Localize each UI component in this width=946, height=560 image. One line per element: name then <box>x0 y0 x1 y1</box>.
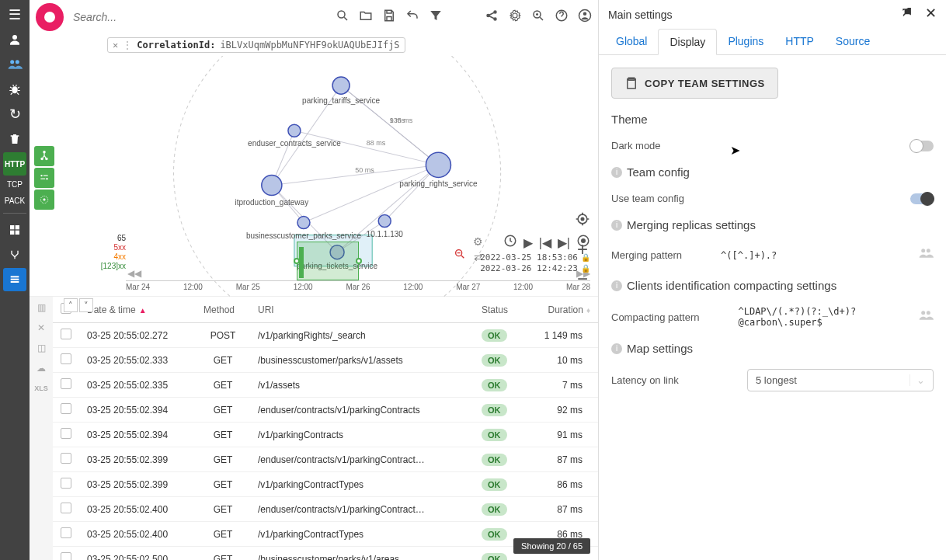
table-row[interactable]: 03-25 20:55:02.400 GET /enduser/contract… <box>53 497 598 522</box>
lock-from-icon[interactable]: 🔒 <box>581 252 590 263</box>
dashboard-icon[interactable] <box>3 218 26 242</box>
use-team-config-toggle[interactable] <box>910 193 934 204</box>
graph-node[interactable] <box>262 175 282 195</box>
cell-uri: /businesscustomer/parks/v1/areas <box>250 547 474 561</box>
play-icon[interactable]: ▶ <box>523 235 533 250</box>
refresh-icon[interactable]: ↻ <box>3 103 26 126</box>
row-checkbox[interactable] <box>61 503 71 513</box>
page-down-icon[interactable]: ˅ <box>79 298 93 312</box>
columns-icon[interactable]: ▥ <box>33 300 49 315</box>
clock-icon[interactable] <box>503 234 517 251</box>
th-duration[interactable]: Duration <box>548 304 583 315</box>
row-checkbox[interactable] <box>61 329 71 339</box>
trash-icon[interactable] <box>3 127 26 151</box>
row-checkbox[interactable] <box>61 353 71 364</box>
table-row[interactable]: 03-25 20:55:02.399 GET /enduser/contract… <box>53 447 598 472</box>
svg-point-64 <box>927 311 930 315</box>
latency-select[interactable]: 5 longest ⌄ <box>747 369 934 391</box>
lock-to-icon[interactable]: 🔒 <box>581 263 590 274</box>
row-checkbox[interactable] <box>61 428 71 439</box>
locate-icon[interactable] <box>575 211 590 231</box>
timeline-zoomout-icon[interactable] <box>454 248 466 263</box>
tab-source[interactable]: Source <box>825 29 881 54</box>
graph-node[interactable] <box>332 77 350 94</box>
undo-icon[interactable] <box>405 9 419 26</box>
inspect-icon[interactable] <box>531 9 545 26</box>
pin-icon[interactable] <box>899 5 914 24</box>
filter-icon[interactable] <box>429 9 443 26</box>
dark-mode-label: Dark mode <box>611 140 661 151</box>
clear-icon[interactable]: ✕ <box>33 320 49 336</box>
bug-icon[interactable] <box>3 78 26 101</box>
save-icon[interactable] <box>382 9 396 26</box>
people-icon[interactable] <box>3 53 26 76</box>
account-icon[interactable] <box>578 9 592 26</box>
info-icon[interactable]: i <box>611 167 622 178</box>
menu-icon[interactable]: ☰ <box>3 3 26 26</box>
th-uri[interactable]: URI <box>250 297 474 323</box>
dark-mode-toggle[interactable] <box>910 141 934 151</box>
skip-fwd-icon[interactable]: ▶| <box>558 235 570 250</box>
tl-prev-icon[interactable]: ◀◀ <box>127 268 141 279</box>
tab-plugins[interactable]: Plugins <box>717 29 774 54</box>
svg-text:enduser_contracts_service: enduser_contracts_service <box>248 139 341 148</box>
team-icon[interactable] <box>918 245 934 265</box>
row-checkbox[interactable] <box>61 453 71 464</box>
row-checkbox[interactable] <box>61 527 71 538</box>
th-method[interactable]: Method <box>196 297 250 323</box>
th-status[interactable]: Status <box>474 297 528 323</box>
graph-node[interactable] <box>288 124 301 137</box>
search-input[interactable] <box>68 6 331 28</box>
timeline-selection[interactable] <box>297 242 359 280</box>
info-icon[interactable]: i <box>611 280 622 291</box>
tcp-label[interactable]: TCP <box>7 177 23 192</box>
copy-team-settings-button[interactable]: COPY TEAM SETTINGS <box>611 68 778 99</box>
gear-icon[interactable] <box>508 9 522 26</box>
xls-export[interactable]: XLS <box>33 381 49 396</box>
info-icon[interactable]: i <box>611 343 622 354</box>
close-settings-icon[interactable]: ✕ <box>925 5 937 24</box>
table-row[interactable]: 03-25 20:55:02.333 GET /businesscustomer… <box>53 348 598 373</box>
merge-icon[interactable] <box>3 243 26 266</box>
list-icon[interactable] <box>3 268 26 291</box>
tab-http[interactable]: HTTP <box>774 29 825 54</box>
table-row[interactable]: 03-25 20:55:02.394 GET /v1/parkingContra… <box>53 423 598 447</box>
help-icon[interactable] <box>555 9 569 26</box>
svg-text:itproduction_gateway: itproduction_gateway <box>235 198 309 207</box>
share-icon[interactable] <box>485 9 499 26</box>
record-icon[interactable] <box>576 234 590 251</box>
left-sidebar: ☰ ↻ HTTP TCP PACK <box>0 0 30 560</box>
th-datetime[interactable]: Date & time <box>87 304 136 315</box>
info-icon[interactable]: i <box>611 220 622 231</box>
team-icon[interactable] <box>918 308 934 327</box>
table-row[interactable]: 03-25 20:55:02.399 GET /v1/parkingContra… <box>53 472 598 497</box>
cell-duration: 87 ms <box>528 497 598 522</box>
folder-icon[interactable] <box>359 9 373 26</box>
tab-display[interactable]: Display <box>658 29 717 55</box>
table-row[interactable]: 03-25 20:55:02.394 GET /enduser/contract… <box>53 398 598 423</box>
bookmark-icon[interactable]: ◫ <box>33 340 49 356</box>
row-checkbox[interactable] <box>61 478 71 489</box>
pack-label[interactable]: PACK <box>5 193 26 208</box>
timeline[interactable]: 65 5xx 4xx [123]xx ◀◀▶▶ Mar 2412:00Mar 2… <box>64 234 598 296</box>
svg-point-54 <box>581 217 583 220</box>
graph-node[interactable] <box>426 152 450 177</box>
zoom-search-icon[interactable] <box>336 9 350 26</box>
graph-node[interactable] <box>297 217 310 229</box>
graph-canvas[interactable]: 9 ms135 ms88 ms50 ms parking_tariffs_ser… <box>30 56 598 297</box>
skip-back-icon[interactable]: |◀ <box>539 235 551 250</box>
tab-global[interactable]: Global <box>605 29 658 54</box>
chip-close-icon[interactable]: ✕ <box>113 40 118 50</box>
download-icon[interactable]: ☁ <box>33 360 49 376</box>
http-icon[interactable]: HTTP <box>3 152 26 176</box>
selection-handle-right[interactable] <box>356 258 362 264</box>
row-checkbox[interactable] <box>61 378 71 389</box>
row-checkbox[interactable] <box>61 403 71 414</box>
table-row[interactable]: 03-25 20:55:02.272 POST /v1/parkingRight… <box>53 323 598 348</box>
table-row[interactable]: 03-25 20:55:02.335 GET /v1/assets OK 7 m… <box>53 373 598 398</box>
app-logo[interactable] <box>36 3 64 31</box>
row-checkbox[interactable] <box>61 552 71 560</box>
person-icon[interactable] <box>3 28 26 51</box>
graph-node[interactable] <box>378 215 391 228</box>
page-up-icon[interactable]: ˄ <box>64 298 78 312</box>
